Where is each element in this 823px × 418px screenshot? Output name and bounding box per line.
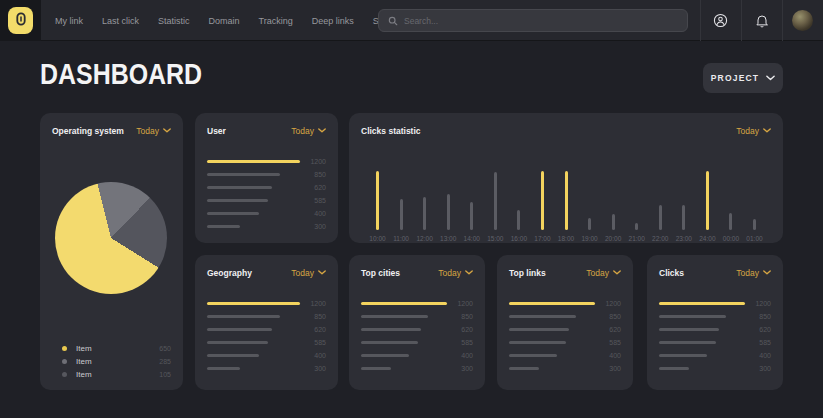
card-user: User Today 1200850620585400300: [195, 113, 338, 243]
bar-track: [207, 225, 300, 228]
nav-deep-links[interactable]: Deep links: [312, 16, 354, 26]
bar-value: 850: [300, 173, 326, 176]
bar: [635, 223, 638, 230]
legend-value: 105: [159, 371, 171, 378]
nav-last-click[interactable]: Last click: [102, 16, 139, 26]
bar-track: [659, 354, 745, 357]
bar-track: [509, 328, 595, 331]
card-top-cities: Top cities Today 1200850620585400300: [349, 255, 485, 390]
bar-row: 300: [361, 367, 473, 370]
bar-track: [509, 315, 595, 318]
legend-value: 285: [159, 358, 171, 365]
bar-row: 850: [659, 315, 771, 318]
chevron-down-icon: [766, 75, 775, 81]
nav-domain[interactable]: Domain: [209, 16, 240, 26]
bar-row: 1200: [361, 302, 473, 305]
bar-row: 400: [207, 354, 326, 357]
bar-row: 620: [207, 328, 326, 331]
x-axis-tick-label: 21:00: [629, 235, 645, 242]
bar-highlight: [376, 171, 379, 231]
chart-column: 01:00: [744, 160, 765, 242]
project-dropdown[interactable]: PROJECT: [703, 63, 783, 93]
bar-value: 1200: [300, 302, 326, 305]
bar-value: 400: [745, 354, 771, 357]
bar-list: 1200850620585400300: [509, 302, 621, 370]
bar: [207, 173, 280, 176]
bar: [361, 341, 418, 344]
bar: [423, 197, 426, 230]
bar-track: [361, 315, 447, 318]
bar-row: 620: [207, 186, 326, 189]
nav-tracking[interactable]: Tracking: [259, 16, 293, 26]
card-operating-system: Operating system Today Item650Item285Ite…: [40, 113, 183, 390]
legend-item: Item650: [62, 344, 171, 352]
search-input[interactable]: [404, 16, 678, 26]
bar-value: 1200: [300, 160, 326, 163]
account-button[interactable]: [700, 0, 741, 41]
x-axis-tick-label: 13:00: [440, 235, 456, 242]
period-select[interactable]: Today: [438, 268, 473, 278]
bar-value: 585: [447, 341, 473, 344]
profile-button[interactable]: [782, 0, 823, 41]
period-select[interactable]: Today: [291, 268, 326, 278]
bar-track: [659, 302, 745, 305]
bar: [659, 205, 662, 230]
bar-row: 300: [207, 367, 326, 370]
legend-dot: [62, 346, 67, 351]
bar-value: 300: [300, 367, 326, 370]
bar: [361, 328, 421, 331]
bar-area: [447, 160, 450, 230]
bar-track: [361, 341, 447, 344]
bar: [753, 219, 756, 230]
x-axis-tick-label: 10:00: [369, 235, 385, 242]
bar-row: 585: [509, 341, 621, 344]
bar-area: [682, 160, 685, 230]
card-clicks: Clicks Today 1200850620585400300: [647, 255, 783, 390]
chart-column: 15:00: [485, 160, 506, 242]
bar-area: [376, 160, 379, 230]
bar-value: 300: [745, 367, 771, 370]
bar-highlight: [207, 302, 300, 305]
period-select[interactable]: Today: [291, 126, 326, 136]
bar: [588, 218, 591, 230]
bar: [470, 202, 473, 230]
chart-column: 12:00: [414, 160, 435, 242]
bar-track: [207, 186, 300, 189]
period-select[interactable]: Today: [586, 268, 621, 278]
bar-track: [659, 341, 745, 344]
bar-track: [207, 367, 300, 370]
chart-column: 22:00: [650, 160, 671, 242]
bar-value: 400: [300, 354, 326, 357]
link-logo-icon: [16, 12, 26, 30]
bar: [207, 212, 259, 215]
logo-strip: [0, 0, 41, 41]
period-select[interactable]: Today: [136, 126, 171, 136]
bar-track: [207, 173, 300, 176]
chevron-down-icon: [163, 128, 171, 133]
x-axis-tick-label: 12:00: [416, 235, 432, 242]
nav-my-link[interactable]: My link: [55, 16, 83, 26]
bar-value: 585: [300, 341, 326, 344]
bell-icon: [754, 13, 770, 29]
legend-dot: [62, 372, 67, 377]
top-bar: My link Last click Statistic Domain Trac…: [0, 0, 823, 41]
app-logo[interactable]: [8, 7, 33, 34]
nav-statistic[interactable]: Statistic: [158, 16, 190, 26]
x-axis-tick-label: 15:00: [487, 235, 503, 242]
bar-value: 300: [300, 225, 326, 228]
notifications-button[interactable]: [741, 0, 782, 41]
period-label: Today: [136, 126, 159, 136]
bar-area: [729, 160, 732, 230]
legend-label: Item: [76, 357, 92, 366]
bar-value: 850: [745, 315, 771, 318]
period-select[interactable]: Today: [736, 126, 771, 136]
chart-column: 23:00: [673, 160, 694, 242]
bar-track: [207, 354, 300, 357]
bar-row: 300: [509, 367, 621, 370]
bar: [517, 210, 520, 230]
bar-track: [509, 341, 595, 344]
x-axis-tick-label: 23:00: [676, 235, 692, 242]
bar-row: 585: [361, 341, 473, 344]
period-select[interactable]: Today: [736, 268, 771, 278]
x-axis-tick-label: 16:00: [511, 235, 527, 242]
